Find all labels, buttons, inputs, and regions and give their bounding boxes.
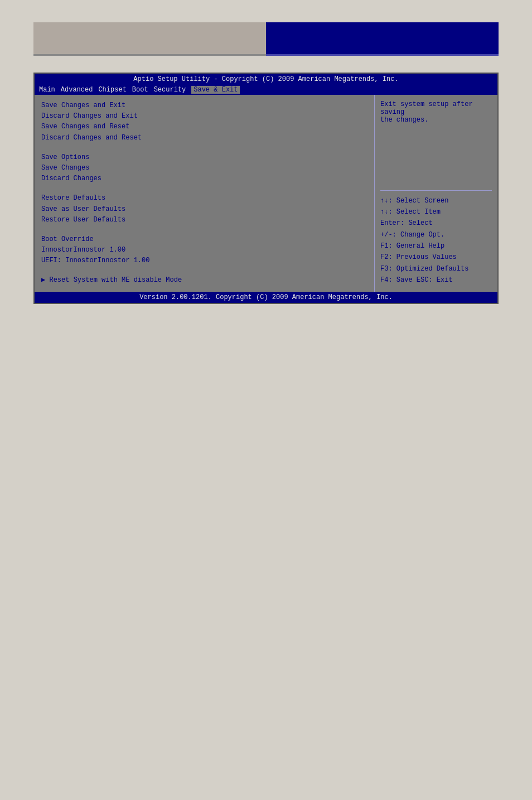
menu-discard-changes-exit[interactable]: Discard Changes and Exit [41, 111, 367, 122]
bios-help-text: Exit system setup after savingthe change… [380, 100, 492, 191]
section-save-options: Save Options Save Changes Discard Change… [41, 152, 367, 185]
top-bar-left [33, 22, 266, 56]
menu-save-exit[interactable]: Save & Exit [191, 86, 240, 94]
menu-boot-override-label: Boot Override [41, 234, 367, 245]
menu-discard-changes-reset[interactable]: Discard Changes and Reset [41, 133, 367, 143]
menu-security[interactable]: Security [154, 86, 186, 94]
menu-advanced[interactable]: Advanced [61, 86, 93, 94]
menu-chipset[interactable]: Chipset [98, 86, 126, 94]
bios-title: Aptio Setup Utility - Copyright (C) 2009… [35, 74, 497, 85]
bios-left-panel: Save Changes and Exit Discard Changes an… [35, 95, 375, 292]
menu-restore-user-defaults[interactable]: Restore User Defaults [41, 215, 367, 225]
key-select-screen: ↑↓: Select Screen [380, 195, 492, 206]
menu-save-user-defaults[interactable]: Save as User Defaults [41, 204, 367, 215]
section-defaults: Restore Defaults Save as User Defaults R… [41, 193, 367, 225]
separator-4 [41, 271, 367, 275]
key-f4-esc: F4: Save ESC: Exit [380, 274, 492, 286]
key-f2: F2: Previous Values [380, 252, 492, 263]
bios-container: Aptio Setup Utility - Copyright (C) 2009… [33, 73, 499, 304]
key-change-opt: +/-: Change Opt. [380, 229, 492, 240]
menu-restore-defaults[interactable]: Restore Defaults [41, 193, 367, 204]
menu-uefi-innostor[interactable]: UEFI: InnostorInnostor 1.00 [41, 256, 367, 266]
key-select-item: ↑↓: Select Item [380, 206, 492, 218]
separator-3 [41, 230, 367, 234]
bios-footer: Version 2.00.1201. Copyright (C) 2009 Am… [35, 292, 497, 303]
bios-body: Save Changes and Exit Discard Changes an… [35, 95, 497, 292]
key-f3: F3: Optimized Defaults [380, 263, 492, 274]
menu-discard-changes[interactable]: Discard Changes [41, 174, 367, 184]
menu-save-changes-reset[interactable]: Save Changes and Reset [41, 122, 367, 132]
bios-right-panel: Exit system setup after savingthe change… [375, 95, 497, 292]
top-bar-right [266, 22, 499, 56]
separator-1 [41, 148, 367, 152]
key-f1: F1: General Help [380, 240, 492, 252]
menu-save-options[interactable]: Save Options [41, 152, 367, 163]
section-boot-override: Boot Override InnostorInnostor 1.00 UEFI… [41, 234, 367, 267]
menu-boot[interactable]: Boot [132, 86, 148, 94]
menu-reset-me-disable[interactable]: Reset System with ME disable Mode [41, 275, 367, 286]
menu-save-changes[interactable]: Save Changes [41, 163, 367, 174]
separator-2 [41, 189, 367, 193]
menu-innostor-1[interactable]: InnostorInnostor 1.00 [41, 245, 367, 256]
section-save-exit: Save Changes and Exit Discard Changes an… [41, 100, 367, 143]
bios-menu-bar: Main Advanced Chipset Boot Security Save… [35, 85, 497, 95]
key-enter: Enter: Select [380, 218, 492, 229]
menu-main[interactable]: Main [39, 86, 55, 94]
menu-save-changes-exit[interactable]: Save Changes and Exit [41, 100, 367, 111]
bios-key-help: ↑↓: Select Screen ↑↓: Select Item Enter:… [380, 195, 492, 286]
